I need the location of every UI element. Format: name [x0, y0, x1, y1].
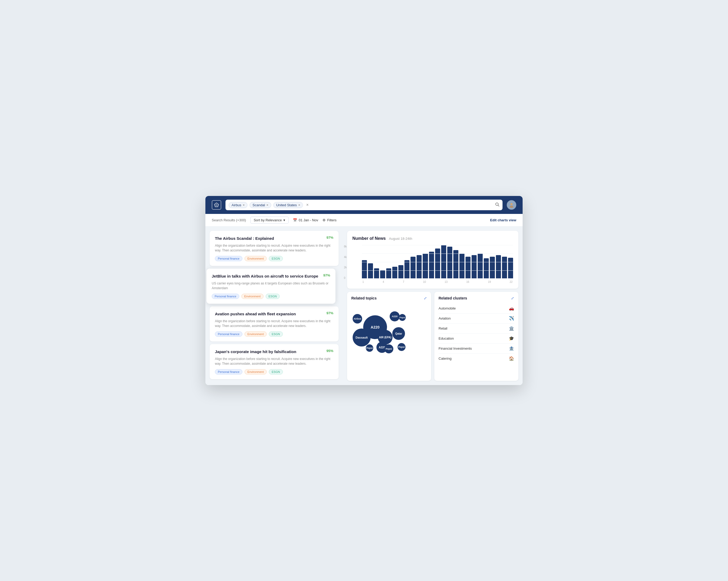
topic-bubble[interactable]: Pepsi	[397, 343, 406, 351]
result-card[interactable]: Japan's corporate image hit by falsifica…	[210, 344, 339, 379]
card-description: Align the organization before starting t…	[215, 357, 333, 366]
filters-button[interactable]: ⚙ Filters	[322, 218, 337, 222]
bar	[380, 270, 385, 279]
cluster-name: Catering	[439, 357, 451, 360]
cluster-icon: 🎓	[509, 336, 514, 341]
tag-environment[interactable]: Environment	[241, 294, 264, 299]
chart-subtitle: August 18-24th	[389, 237, 412, 241]
cluster-icon: 🏛️	[509, 326, 514, 331]
clusters-expand-icon[interactable]: ⤢	[511, 296, 514, 300]
browser-window: Airbus × Scandal × United States × ×	[205, 196, 523, 385]
svg-point-5	[510, 206, 513, 208]
topic-bubble[interactable]: Airbus	[353, 314, 362, 324]
tag-environment[interactable]: Environment	[244, 331, 267, 337]
filter-icon: ⚙	[322, 218, 326, 222]
cluster-name: Retail	[439, 326, 447, 330]
bar	[386, 268, 391, 278]
card-title: Avation pushes ahead with fleet expansio…	[215, 311, 323, 316]
card-tags: Personal finance Environment ESGN	[215, 369, 333, 375]
topic-bubble[interactable]: A220	[390, 311, 400, 322]
sort-dropdown[interactable]: Sort by Relevance ▾	[250, 217, 289, 224]
topic-bubble[interactable]: Pepsi	[384, 344, 393, 353]
clusters-list: Automobile 🚗 Aviation ✈️ Retail 🏛️ Educa…	[439, 303, 514, 363]
bar	[508, 258, 513, 278]
cluster-icon: 🚗	[509, 306, 514, 311]
search-tag-scandal[interactable]: Scandal ×	[250, 202, 271, 208]
tag-personal-finance[interactable]: Personal finance	[215, 369, 242, 375]
avatar[interactable]	[507, 200, 516, 210]
topics-expand-icon[interactable]: ⤢	[424, 296, 427, 300]
topics-card: Related topics ⤢ A220DassaultAIR (EPA)Qa…	[347, 292, 431, 381]
tag-personal-finance[interactable]: Personal finance	[215, 256, 242, 261]
tag-personal-finance[interactable]: Personal finance	[215, 331, 242, 337]
bar	[411, 257, 416, 278]
cluster-icon: 🏦	[509, 346, 514, 351]
results-panel: The Airbus Scandal : Explained 97% Align…	[205, 227, 343, 385]
card-score: 97%	[327, 311, 333, 315]
clusters-card: Related clusters ⤢ Automobile 🚗 Aviation…	[434, 292, 518, 381]
result-card-highlighted[interactable]: JetBlue in talks with Airbus on aircraft…	[206, 269, 335, 304]
bottom-panels: Related topics ⤢ A220DassaultAIR (EPA)Qa…	[347, 292, 518, 381]
bar	[453, 250, 458, 278]
search-button[interactable]	[495, 202, 499, 208]
search-tag-airbus[interactable]: Airbus ×	[229, 202, 248, 208]
card-tags: Personal finance Environment ESGN	[212, 294, 330, 299]
date-filter[interactable]: 📅 01 Jan - Nov	[293, 218, 318, 222]
svg-marker-1	[215, 203, 218, 206]
search-tag-united-states[interactable]: United States ×	[273, 202, 303, 208]
bar	[484, 258, 489, 278]
card-score: 97%	[327, 236, 333, 240]
topic-bubble[interactable]: Dassault	[353, 329, 371, 347]
bar	[478, 253, 483, 279]
remove-us-tag[interactable]: ×	[298, 203, 300, 206]
topic-bubble[interactable]: Qatar	[392, 327, 405, 340]
nav-bar: Airbus × Scandal × United States × ×	[205, 196, 523, 214]
bar	[447, 247, 452, 278]
bar	[405, 260, 410, 278]
card-score: 95%	[327, 349, 333, 353]
svg-point-4	[511, 203, 513, 205]
cluster-item[interactable]: Education 🎓	[439, 334, 514, 343]
bar	[423, 253, 428, 279]
cluster-item[interactable]: Aviation ✈️	[439, 313, 514, 324]
search-bar[interactable]: Airbus × Scandal × United States × ×	[226, 200, 502, 210]
tag-environment[interactable]: Environment	[244, 256, 267, 261]
right-panel: Number of News August 18-24th 8k 4k 2k 0…	[343, 227, 523, 385]
tag-environment[interactable]: Environment	[244, 369, 267, 375]
chart-y-labels: 8k 4k 2k 0	[344, 245, 347, 279]
chart-title: Number of News	[353, 236, 386, 241]
tag-esgn[interactable]: ESGN	[269, 331, 283, 337]
tag-esgn[interactable]: ESGN	[266, 294, 280, 299]
cluster-name: Education	[439, 336, 454, 340]
cluster-item[interactable]: Financial Investments 🏦	[439, 343, 514, 354]
clear-search-button[interactable]: ×	[305, 202, 310, 207]
search-results-count: Search Results (+300)	[212, 218, 246, 222]
tag-esgn[interactable]: ESGN	[269, 256, 283, 261]
topic-bubble[interactable]: Pepsi	[366, 344, 373, 352]
bar	[392, 267, 397, 278]
remove-scandal-tag[interactable]: ×	[266, 203, 268, 206]
toolbar: Search Results (+300) Sort by Relevance …	[205, 214, 523, 227]
cluster-item[interactable]: Automobile 🚗	[439, 303, 514, 313]
sort-chevron-icon: ▾	[283, 218, 285, 222]
bar	[496, 255, 501, 278]
bubble-container: A220DassaultAIR (EPA)QatarA220A220PepsiP…	[351, 303, 427, 356]
remove-airbus-tag[interactable]: ×	[243, 203, 244, 206]
cluster-icon: 🏠	[509, 356, 514, 361]
result-card[interactable]: The Airbus Scandal : Explained 97% Align…	[210, 231, 339, 266]
result-card[interactable]: Avation pushes ahead with fleet expansio…	[210, 306, 339, 341]
svg-line-3	[498, 205, 499, 206]
card-description: US carrier eyes long-range planes as it …	[212, 281, 330, 290]
tag-esgn[interactable]: ESGN	[269, 369, 283, 375]
cluster-name: Automobile	[439, 306, 456, 310]
card-score: 97%	[323, 273, 330, 277]
topic-bubble[interactable]: Pepsi	[399, 314, 406, 321]
tag-personal-finance[interactable]: Personal finance	[212, 294, 239, 299]
cluster-item[interactable]: Retail 🏛️	[439, 324, 514, 334]
cluster-item[interactable]: Catering 🏠	[439, 354, 514, 363]
main-content: The Airbus Scandal : Explained 97% Align…	[205, 227, 523, 385]
bar	[502, 257, 507, 278]
topics-title: Related topics	[351, 296, 377, 300]
edit-charts-button[interactable]: Edit charts view	[490, 218, 516, 222]
cluster-icon: ✈️	[509, 316, 514, 321]
